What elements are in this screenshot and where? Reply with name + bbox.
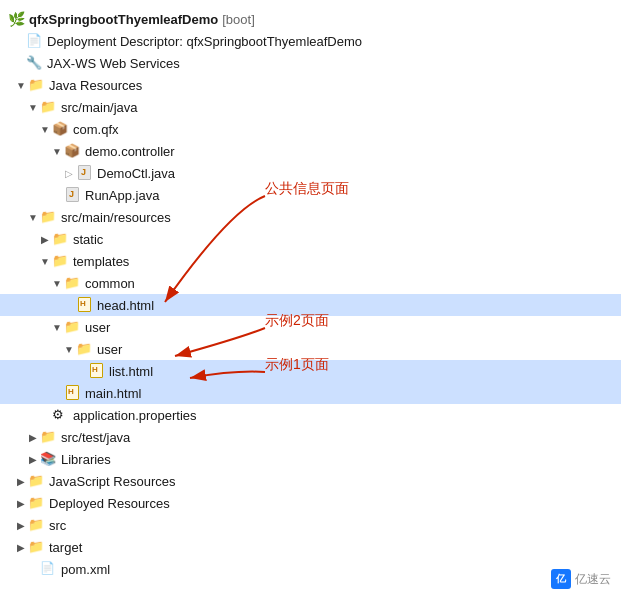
tree-item-main-html[interactable]: H main.html — [0, 382, 621, 404]
tree-item-js-resources[interactable]: ▶ 📁 JavaScript Resources — [0, 470, 621, 492]
user-subfolder-arrow: ▼ — [62, 344, 76, 355]
js-resources-label: JavaScript Resources — [49, 474, 175, 489]
demo-controller-arrow: ▼ — [50, 146, 64, 157]
com-qfx-label: com.qfx — [73, 122, 119, 137]
tree-item-user-subfolder[interactable]: ▼ 📁 user — [0, 338, 621, 360]
js-resources-arrow: ▶ — [14, 476, 28, 487]
deployed-resources-icon: 📁 — [28, 495, 46, 511]
tree-item-deployment[interactable]: 📄 Deployment Descriptor: qfxSpringbootTh… — [0, 30, 621, 52]
root-badge: [boot] — [222, 12, 255, 27]
target-icon: 📁 — [28, 539, 46, 555]
src-main-java-arrow: ▼ — [26, 102, 40, 113]
democtl-icon: J — [76, 165, 94, 181]
main-html-label: main.html — [85, 386, 141, 401]
tree-item-com-qfx[interactable]: ▼ 📦 com.qfx — [0, 118, 621, 140]
tree-item-src-main-java[interactable]: ▼ 📁 src/main/java — [0, 96, 621, 118]
templates-arrow: ▼ — [38, 256, 52, 267]
src-main-java-label: src/main/java — [61, 100, 138, 115]
libraries-arrow: ▶ — [26, 454, 40, 465]
src-standalone-icon: 📁 — [28, 517, 46, 533]
com-qfx-icon: 📦 — [52, 121, 70, 137]
list-html-label: list.html — [109, 364, 153, 379]
tree-item-pom-xml[interactable]: 📄 pom.xml — [0, 558, 621, 580]
src-test-java-icon: 📁 — [40, 429, 58, 445]
src-test-java-arrow: ▶ — [26, 432, 40, 443]
user-subfolder-icon: 📁 — [76, 341, 94, 357]
src-standalone-arrow: ▶ — [14, 520, 28, 531]
common-icon: 📁 — [64, 275, 82, 291]
src-main-resources-icon: 📁 — [40, 209, 58, 225]
user-subfolder-label: user — [97, 342, 122, 357]
tree-item-democtl[interactable]: ▷ J DemoCtl.java — [0, 162, 621, 184]
src-standalone-label: src — [49, 518, 66, 533]
static-arrow: ▶ — [38, 234, 52, 245]
watermark: 亿 亿速云 — [551, 569, 611, 589]
jaxws-icon: 🔧 — [26, 55, 44, 71]
user-folder-label: user — [85, 320, 110, 335]
common-label: common — [85, 276, 135, 291]
tree-item-target[interactable]: ▶ 📁 target — [0, 536, 621, 558]
java-resources-label: Java Resources — [49, 78, 142, 93]
src-main-java-icon: 📁 — [40, 99, 58, 115]
static-label: static — [73, 232, 103, 247]
tree-item-src-test-java[interactable]: ▶ 📁 src/test/java — [0, 426, 621, 448]
watermark-logo: 亿 — [551, 569, 571, 589]
main-html-icon: H — [64, 385, 82, 401]
static-icon: 📁 — [52, 231, 70, 247]
pom-xml-label: pom.xml — [61, 562, 110, 577]
java-resources-arrow: ▼ — [14, 80, 28, 91]
libraries-label: Libraries — [61, 452, 111, 467]
list-html-icon: H — [88, 363, 106, 379]
user-folder-arrow: ▼ — [50, 322, 64, 333]
deployed-resources-label: Deployed Resources — [49, 496, 170, 511]
common-arrow: ▼ — [50, 278, 64, 289]
jaxws-label: JAX-WS Web Services — [47, 56, 180, 71]
democtl-arrow: ▷ — [62, 168, 76, 179]
file-tree: 🌿 qfxSpringbootThyemleafDemo [boot] 📄 De… — [0, 0, 621, 588]
tree-item-application-properties[interactable]: ⚙ application.properties — [0, 404, 621, 426]
tree-item-templates[interactable]: ▼ 📁 templates — [0, 250, 621, 272]
src-main-resources-label: src/main/resources — [61, 210, 171, 225]
src-main-resources-arrow: ▼ — [26, 212, 40, 223]
com-qfx-arrow: ▼ — [38, 124, 52, 135]
head-html-label: head.html — [97, 298, 154, 313]
tree-item-static[interactable]: ▶ 📁 static — [0, 228, 621, 250]
deployment-label: Deployment Descriptor: qfxSpringbootThye… — [47, 34, 362, 49]
runapp-label: RunApp.java — [85, 188, 159, 203]
tree-item-demo-controller[interactable]: ▼ 📦 demo.controller — [0, 140, 621, 162]
tree-item-libraries[interactable]: ▶ 📚 Libraries — [0, 448, 621, 470]
runapp-icon: J — [64, 187, 82, 203]
tree-item-head-html[interactable]: H head.html — [0, 294, 621, 316]
tree-item-common[interactable]: ▼ 📁 common — [0, 272, 621, 294]
java-resources-icon: 📁 — [28, 77, 46, 93]
watermark-text: 亿速云 — [575, 571, 611, 588]
tree-item-src-standalone[interactable]: ▶ 📁 src — [0, 514, 621, 536]
deployed-resources-arrow: ▶ — [14, 498, 28, 509]
src-test-java-label: src/test/java — [61, 430, 130, 445]
tree-item-jaxws[interactable]: 🔧 JAX-WS Web Services — [0, 52, 621, 74]
libraries-icon: 📚 — [40, 451, 58, 467]
templates-label: templates — [73, 254, 129, 269]
democtl-label: DemoCtl.java — [97, 166, 175, 181]
templates-icon: 📁 — [52, 253, 70, 269]
pom-xml-icon: 📄 — [40, 561, 58, 577]
user-folder-icon: 📁 — [64, 319, 82, 335]
tree-item-list-html[interactable]: H list.html — [0, 360, 621, 382]
target-label: target — [49, 540, 82, 555]
tree-item-runapp[interactable]: J RunApp.java — [0, 184, 621, 206]
descriptor-icon: 📄 — [26, 33, 44, 49]
tree-item-src-main-resources[interactable]: ▼ 📁 src/main/resources — [0, 206, 621, 228]
target-arrow: ▶ — [14, 542, 28, 553]
tree-item-deployed-resources[interactable]: ▶ 📁 Deployed Resources — [0, 492, 621, 514]
head-html-icon: H — [76, 297, 94, 313]
demo-controller-label: demo.controller — [85, 144, 175, 159]
tree-item-root[interactable]: 🌿 qfxSpringbootThyemleafDemo [boot] — [0, 8, 621, 30]
tree-item-user-folder[interactable]: ▼ 📁 user — [0, 316, 621, 338]
root-label: qfxSpringbootThyemleafDemo — [29, 12, 218, 27]
js-resources-icon: 📁 — [28, 473, 46, 489]
application-properties-label: application.properties — [73, 408, 197, 423]
application-properties-icon: ⚙ — [52, 407, 70, 423]
tree-item-java-resources[interactable]: ▼ 📁 Java Resources — [0, 74, 621, 96]
demo-controller-icon: 📦 — [64, 143, 82, 159]
spring-icon: 🌿 — [8, 11, 26, 27]
